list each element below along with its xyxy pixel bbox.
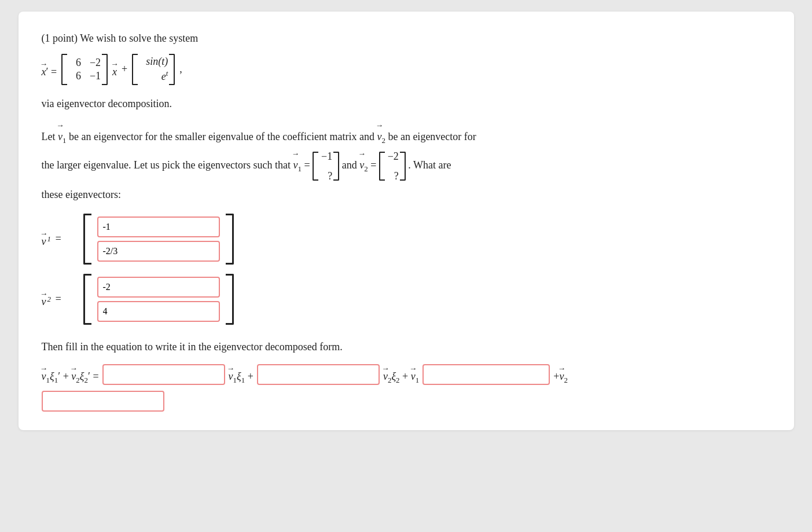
eq-input2[interactable] bbox=[257, 364, 380, 385]
matrix-A-r1c2: −2 bbox=[88, 57, 101, 69]
forcing-cells: sin(t) et bbox=[139, 56, 168, 83]
matrix-A-r2c1: 6 bbox=[68, 70, 81, 82]
v2-shown-matrix: −2 ? bbox=[379, 147, 406, 186]
bottom-extra-input-wrap bbox=[42, 391, 771, 412]
matrix-A-bracket-right bbox=[102, 54, 108, 85]
v1-label: →v1 = bbox=[42, 230, 76, 248]
eq-plus-v2: +→v2 bbox=[553, 365, 568, 385]
matrix-A-r2c2: −1 bbox=[88, 70, 101, 82]
matrix-A-r1c1: 6 bbox=[68, 57, 81, 69]
forcing-bracket-right bbox=[169, 54, 175, 85]
desc-line1: Let →v1 be an eigenvector for the smalle… bbox=[42, 131, 476, 142]
v2-big-bracket-l bbox=[83, 274, 91, 325]
problem-label-text: (1 point) We wish to solve the system bbox=[42, 32, 199, 44]
via-text: via eigenvector decomposition. bbox=[42, 96, 771, 112]
x-vec-prime: →x bbox=[42, 60, 46, 78]
forcing-r2: et bbox=[139, 69, 168, 83]
eq-prefix: →v1ξ1′ + →v2ξ2′ = bbox=[42, 365, 99, 385]
plus-sign: + bbox=[122, 63, 127, 75]
bottom-equation: →v1ξ1′ + →v2ξ2′ = →v1ξ1 + →v2ξ2 + →v1 +→… bbox=[42, 364, 771, 385]
eq-v1xi1-plus: →v1ξ1 + bbox=[229, 365, 253, 385]
eq-bottom-input[interactable] bbox=[42, 391, 164, 412]
v1-shown-matrix: −1 ? bbox=[313, 147, 339, 186]
then-fill-text: Then fill in the equation to write it in… bbox=[42, 339, 771, 355]
v1-row: →v1 = bbox=[42, 214, 771, 265]
v1-col-vec bbox=[83, 214, 234, 265]
v2-col-vec bbox=[83, 274, 234, 325]
x-prime-equals: →x ′ = bbox=[42, 60, 57, 78]
v2-bracket-l bbox=[379, 152, 385, 181]
v2-entry2-input[interactable] bbox=[97, 301, 220, 322]
v1-r2: ? bbox=[319, 167, 332, 185]
forcing-vector: sin(t) et bbox=[132, 54, 175, 85]
matrix-A-bracket-left bbox=[61, 54, 67, 85]
x-vec: →x bbox=[112, 60, 117, 78]
problem-label: (1 point) We wish to solve the system bbox=[42, 30, 771, 47]
v1-entries bbox=[94, 214, 223, 264]
main-card: (1 point) We wish to solve the system →x… bbox=[19, 12, 794, 430]
what-are-text: . What are bbox=[408, 159, 451, 171]
v2-bracket-r bbox=[400, 152, 406, 181]
v2-big-bracket-r bbox=[226, 274, 234, 325]
v1-entry2-input[interactable] bbox=[97, 241, 220, 262]
v2-label: →v2 = bbox=[42, 290, 76, 308]
v2-r1: −2 bbox=[386, 147, 399, 166]
eq-v2xi2-v1: →v2ξ2 + →v1 bbox=[383, 365, 419, 385]
v2-entry1-input[interactable] bbox=[97, 277, 220, 298]
v1-r1: −1 bbox=[319, 147, 332, 166]
eigenvec-input-section: →v1 = →v2 = bbox=[42, 214, 771, 325]
v1-bracket-l bbox=[313, 152, 318, 181]
v2-entries bbox=[94, 274, 223, 324]
matrix-A-cells: 6 −2 6 −1 bbox=[68, 57, 101, 82]
eq-input1[interactable] bbox=[102, 364, 225, 385]
matrix-A-row2: 6 −1 bbox=[68, 70, 101, 82]
forcing-row2: et bbox=[139, 69, 168, 83]
v1-entry1-input[interactable] bbox=[97, 217, 220, 237]
forcing-bracket-left bbox=[132, 54, 138, 85]
v2-r2: ? bbox=[386, 167, 399, 185]
matrix-A-row1: 6 −2 bbox=[68, 57, 101, 69]
forcing-r1: sin(t) bbox=[139, 56, 168, 68]
comma: , bbox=[179, 63, 182, 75]
v1-big-bracket-l bbox=[83, 214, 91, 265]
v1-big-bracket-r bbox=[226, 214, 234, 265]
matrix-A: 6 −2 6 −1 bbox=[61, 54, 108, 85]
forcing-row1: sin(t) bbox=[139, 56, 168, 68]
eq-input3[interactable] bbox=[422, 364, 550, 385]
desc-line2: the larger eigenvalue. Let us pick the e… bbox=[42, 159, 451, 171]
description-block: Let →v1 be an eigenvector for the smalle… bbox=[42, 122, 771, 204]
system-equation-line: →x ′ = 6 −2 6 −1 →x + bbox=[42, 54, 771, 85]
these-eigenvectors-text: these eigenvectors: bbox=[42, 189, 121, 200]
v1-bracket-r bbox=[333, 152, 339, 181]
v2-row: →v2 = bbox=[42, 274, 771, 325]
